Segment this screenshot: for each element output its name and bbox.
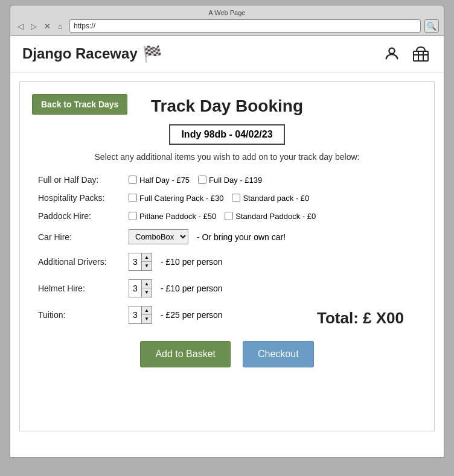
pitlane-paddock-checkbox[interactable] bbox=[129, 212, 137, 220]
tuition-row: Tuition: 3 ▲ ▼ - £25 per person Total: £… bbox=[38, 306, 416, 324]
car-hire-options: ComboBox - Or bring your own car! bbox=[129, 229, 286, 244]
brand-name: Django Raceway bbox=[22, 45, 138, 62]
pitlane-paddock-label: Pitlane Paddock - £50 bbox=[139, 212, 216, 221]
nav-forward-btn[interactable]: ▷ bbox=[28, 21, 39, 31]
additional-drivers-note: - £10 per person bbox=[161, 257, 223, 267]
car-hire-label: Car Hire: bbox=[38, 232, 123, 242]
car-hire-row: Car Hire: ComboBox - Or bring your own c… bbox=[38, 229, 416, 244]
paddock-label: Paddock Hire: bbox=[38, 211, 123, 221]
day-label: Full or Half Day: bbox=[38, 175, 123, 185]
half-day-option[interactable]: Half Day - £75 bbox=[129, 176, 190, 185]
additional-drivers-spinner: 3 ▲ ▼ bbox=[129, 253, 152, 271]
tuition-spinner-controls: ▲ ▼ bbox=[141, 306, 152, 323]
svg-point-0 bbox=[389, 48, 394, 54]
helmet-hire-value: 3 bbox=[129, 282, 141, 294]
tuition-down[interactable]: ▼ bbox=[142, 315, 152, 323]
browser-window: Django Raceway 🏁 bbox=[10, 36, 444, 458]
page-subtitle: Select any additional items you wish to … bbox=[32, 152, 422, 162]
helmet-hire-down[interactable]: ▼ bbox=[142, 288, 152, 297]
full-day-option[interactable]: Full Day - £139 bbox=[198, 176, 262, 185]
pitlane-paddock-option[interactable]: Pitlane Paddock - £50 bbox=[129, 212, 216, 221]
browser-title: A Web Page bbox=[15, 9, 439, 16]
standard-pack-option[interactable]: Standard pack - £0 bbox=[232, 194, 309, 203]
navbar-icons bbox=[381, 43, 432, 65]
day-options: Half Day - £75 Full Day - £139 bbox=[129, 176, 262, 185]
paddock-row: Paddock Hire: Pitlane Paddock - £50 Stan… bbox=[38, 211, 416, 221]
helmet-hire-label: Helmet Hire: bbox=[38, 284, 123, 293]
account-button[interactable] bbox=[381, 43, 403, 65]
svg-rect-1 bbox=[414, 51, 428, 61]
standard-pack-checkbox[interactable] bbox=[232, 194, 240, 202]
full-day-checkbox[interactable] bbox=[198, 176, 206, 184]
main-content: Back to Track Days Track Day Booking Ind… bbox=[19, 81, 435, 431]
car-hire-note: - Or bring your own car! bbox=[197, 232, 286, 242]
standard-paddock-label: Standard Paddock - £0 bbox=[235, 212, 316, 221]
address-bar[interactable] bbox=[69, 19, 421, 33]
additional-drivers-row: Additional Drivers: 3 ▲ ▼ - £10 per pers… bbox=[38, 253, 416, 271]
hospitality-row: Hospitality Packs: Full Catering Pack - … bbox=[38, 193, 416, 203]
additional-drivers-up[interactable]: ▲ bbox=[142, 253, 152, 262]
helmet-hire-options: 3 ▲ ▼ - £10 per person bbox=[129, 279, 223, 297]
full-day-label: Full Day - £139 bbox=[209, 176, 262, 185]
action-buttons: Add to Basket Checkout bbox=[32, 341, 422, 367]
additional-drivers-down[interactable]: ▼ bbox=[142, 262, 152, 270]
checkout-button[interactable]: Checkout bbox=[243, 341, 314, 367]
full-catering-option[interactable]: Full Catering Pack - £30 bbox=[129, 194, 223, 203]
tuition-label: Tuition: bbox=[38, 310, 123, 320]
tuition-up[interactable]: ▲ bbox=[142, 306, 152, 315]
flag-icon: 🏁 bbox=[142, 45, 162, 63]
half-day-checkbox[interactable] bbox=[129, 176, 137, 184]
basket-button[interactable] bbox=[410, 43, 432, 65]
half-day-label: Half Day - £75 bbox=[139, 176, 190, 185]
tuition-note: - £25 per person bbox=[161, 310, 223, 320]
browser-chrome: A Web Page ◁ ▷ ✕ ⌂ 🔍 bbox=[10, 5, 444, 36]
event-badge: Indy 98db - 04/02/23 bbox=[169, 124, 284, 145]
additional-drivers-label: Additional Drivers: bbox=[38, 257, 123, 267]
additional-drivers-value: 3 bbox=[129, 256, 141, 268]
hospitality-label: Hospitality Packs: bbox=[38, 193, 123, 203]
car-hire-select[interactable]: ComboBox bbox=[129, 229, 188, 244]
search-btn[interactable]: 🔍 bbox=[424, 19, 439, 33]
tuition-value: 3 bbox=[129, 309, 141, 321]
tuition-spinner: 3 ▲ ▼ bbox=[129, 306, 152, 324]
full-catering-checkbox[interactable] bbox=[129, 194, 137, 202]
back-to-track-days-button[interactable]: Back to Track Days bbox=[32, 94, 127, 115]
nav-home-btn[interactable]: ⌂ bbox=[55, 21, 66, 31]
standard-paddock-option[interactable]: Standard Paddock - £0 bbox=[225, 212, 316, 221]
nav-back-btn[interactable]: ◁ bbox=[15, 21, 26, 31]
helmet-spinner-controls: ▲ ▼ bbox=[141, 280, 152, 297]
helmet-hire-row: Helmet Hire: 3 ▲ ▼ - £10 per person bbox=[38, 279, 416, 297]
day-row: Full or Half Day: Half Day - £75 Full Da… bbox=[38, 175, 416, 185]
standard-pack-label: Standard pack - £0 bbox=[243, 194, 309, 203]
helmet-hire-spinner: 3 ▲ ▼ bbox=[129, 279, 152, 297]
nav-close-btn[interactable]: ✕ bbox=[42, 21, 53, 31]
brand: Django Raceway 🏁 bbox=[22, 45, 162, 63]
navbar: Django Raceway 🏁 bbox=[10, 36, 444, 72]
standard-paddock-checkbox[interactable] bbox=[225, 212, 233, 220]
helmet-hire-up[interactable]: ▲ bbox=[142, 280, 152, 288]
helmet-hire-note: - £10 per person bbox=[161, 284, 223, 293]
paddock-options: Pitlane Paddock - £50 Standard Paddock -… bbox=[129, 212, 316, 221]
full-catering-label: Full Catering Pack - £30 bbox=[139, 194, 223, 203]
booking-form: Full or Half Day: Half Day - £75 Full Da… bbox=[32, 175, 422, 324]
total-display: Total: £ X00 bbox=[317, 309, 422, 328]
hospitality-options: Full Catering Pack - £30 Standard pack -… bbox=[129, 194, 309, 203]
add-to-basket-button[interactable]: Add to Basket bbox=[140, 341, 231, 367]
additional-drivers-options: 3 ▲ ▼ - £10 per person bbox=[129, 253, 223, 271]
spinner-controls: ▲ ▼ bbox=[141, 253, 152, 270]
